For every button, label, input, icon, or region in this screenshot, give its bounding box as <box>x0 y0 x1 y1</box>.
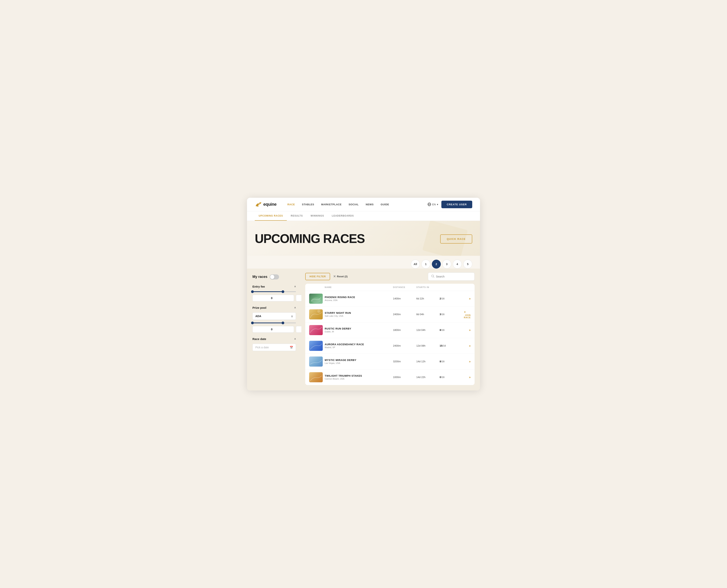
race-name-phoenix: PHOENIX RISING RACE <box>325 296 393 299</box>
th-slots <box>440 286 459 288</box>
lang-label: EN <box>432 203 436 206</box>
race-action-starry[interactable]: » JOIN RACE <box>459 310 471 319</box>
nav-marketplace[interactable]: MARKETPLACE <box>318 202 345 207</box>
page-tabs: All 1 2 3 4 5 <box>247 256 480 269</box>
race-name-mystic: MYSTIC MIRAGE DERBY <box>325 359 393 361</box>
slots-total-rustic: 16 <box>442 329 444 332</box>
th-thumb <box>309 286 325 288</box>
prize-pool-section: Prize pool ∧ ADA USD EUR ∨ <box>253 306 296 333</box>
reset-label: Reset (2) <box>337 275 348 278</box>
subnav-upcoming[interactable]: UPCOMING RACES <box>255 211 287 220</box>
race-name-starry: STARRY NIGHT RUN <box>325 312 393 314</box>
page-tab-4[interactable]: 4 <box>453 260 462 269</box>
race-location-phoenix: Arizona, USA <box>325 299 393 301</box>
slots-total-phoenix: 16 <box>442 297 444 300</box>
chevron-right-icon-phoenix: » <box>469 297 471 300</box>
search-input[interactable] <box>436 275 471 278</box>
race-distance-phoenix: 1400m <box>393 297 416 300</box>
prize-pool-range-inputs <box>253 326 296 333</box>
filter-bar: HIDE FILTER ✕ Reset (2) <box>305 269 474 284</box>
race-starts-twilight: 14d 22h <box>416 376 440 379</box>
my-races-toggle: My races <box>253 274 296 279</box>
prize-pool-min-input[interactable] <box>253 326 294 333</box>
prize-pool-thumb-left[interactable] <box>251 321 254 324</box>
page-tab-all[interactable]: All <box>411 260 420 269</box>
race-info-mystic: MYSTIC MIRAGE DERBY Las Vegas, USA <box>325 359 393 364</box>
race-image-mystic <box>309 356 323 366</box>
table-row[interactable]: RUSTIC RUN DERBY Dublin, IR 1800m 12d 04… <box>305 322 474 338</box>
nav-race[interactable]: RACE <box>284 202 298 207</box>
race-info-rustic: RUSTIC RUN DERBY Dublin, IR <box>325 327 393 333</box>
sub-nav: UPCOMING RACES RESULTS WINNINGS LEADERBO… <box>247 211 480 221</box>
race-starts-aurora: 12d 08h <box>416 344 440 347</box>
hide-filter-button[interactable]: HIDE FILTER <box>305 273 330 280</box>
table-row[interactable]: TWILIGHT TRIUMPH STAKES Cannon Beach, US… <box>305 370 474 385</box>
table-row[interactable]: PHOENIX RISING RACE Arizona, USA 1400m 6… <box>305 291 474 307</box>
race-date-section: Race date ∧ Pick a date 📅 <box>253 337 296 351</box>
entry-fee-thumb-right[interactable] <box>282 290 284 293</box>
race-starts-mystic: 14d 12h <box>416 360 440 363</box>
nav-social[interactable]: SOCIAL <box>345 202 362 207</box>
table-row[interactable]: MYSTIC MIRAGE DERBY Las Vegas, USA 3200m… <box>305 354 474 370</box>
race-date-header[interactable]: Race date ∧ <box>253 337 296 341</box>
race-location-rustic: Dublin, IR <box>325 331 393 333</box>
entry-fee-slider[interactable] <box>253 291 296 292</box>
th-distance: DISTANCE <box>393 286 416 288</box>
race-distance-rustic: 1800m <box>393 329 416 332</box>
race-info-starry: STARRY NIGHT RUN Salt Lake City, USA <box>325 312 393 317</box>
prize-pool-thumb-right[interactable] <box>282 321 284 324</box>
race-location-mystic: Las Vegas, USA <box>325 362 393 364</box>
svg-point-7 <box>317 310 320 313</box>
nav-right: EN ▾ CREATE USER <box>428 201 472 208</box>
race-action-phoenix: » <box>459 297 471 300</box>
slots-filled-aurora: 15 <box>440 344 442 347</box>
race-slots-aurora: 15/16 <box>440 344 459 347</box>
svg-line-5 <box>433 277 434 277</box>
entry-fee-thumb-left[interactable] <box>251 290 254 293</box>
nav-guide[interactable]: GUIDE <box>378 202 392 207</box>
race-info-twilight: TWILIGHT TRIUMPH STAKES Cannon Beach, US… <box>325 374 393 380</box>
subnav-results[interactable]: RESULTS <box>287 211 307 220</box>
currency-select-wrapper: ADA USD EUR ∨ <box>253 312 296 320</box>
page-tab-5[interactable]: 5 <box>463 260 472 269</box>
page-tab-3[interactable]: 3 <box>442 260 451 269</box>
nav-stables[interactable]: STABLES <box>299 202 317 207</box>
prize-pool-header[interactable]: Prize pool ∧ <box>253 306 296 309</box>
quick-race-button[interactable]: QUICK RACE <box>440 234 472 244</box>
entry-fee-section: Entry fee ∧ <box>253 285 296 301</box>
lang-selector[interactable]: EN ▾ <box>428 203 438 206</box>
race-image-aurora <box>309 341 323 351</box>
subnav-winnings[interactable]: WINNINGS <box>307 211 328 220</box>
lang-chevron-icon: ▾ <box>437 203 438 206</box>
date-input[interactable]: Pick a date 📅 <box>253 344 296 351</box>
page-tab-2[interactable]: 2 <box>432 260 441 269</box>
entry-fee-min-input[interactable] <box>253 295 294 301</box>
prize-pool-chevron-icon: ∧ <box>294 306 296 309</box>
table-header: NAME DISTANCE STARTS IN <box>305 284 474 291</box>
hero-banner: UPCOMING RACES QUICK RACE <box>247 221 480 256</box>
svg-point-0 <box>259 202 260 203</box>
race-list-container: HIDE FILTER ✕ Reset (2) <box>301 269 480 391</box>
prize-pool-slider[interactable] <box>253 322 296 323</box>
currency-select[interactable]: ADA USD EUR <box>253 312 296 320</box>
race-name-rustic: RUSTIC RUN DERBY <box>325 327 393 330</box>
entry-fee-header[interactable]: Entry fee ∧ <box>253 285 296 288</box>
table-row[interactable]: AURORA ASCENDANCY RACE Madrid, SP 2400m … <box>305 338 474 354</box>
globe-icon <box>428 203 431 206</box>
my-races-toggle-switch[interactable] <box>270 274 279 279</box>
nav-news[interactable]: NEWS <box>363 202 377 207</box>
create-user-button[interactable]: CREATE USER <box>441 201 472 208</box>
reset-button[interactable]: ✕ Reset (2) <box>333 275 348 278</box>
calendar-icon: 📅 <box>290 346 293 349</box>
table-row[interactable]: STARRY NIGHT RUN Salt Lake City, USA 240… <box>305 307 474 322</box>
my-races-label: My races <box>253 275 267 279</box>
race-starts-starry: 8d 04h <box>416 313 440 316</box>
sidebar: My races Entry fee ∧ <box>247 269 301 391</box>
join-race-button-starry[interactable]: JOIN RACE <box>459 314 471 319</box>
slots-total-twilight: 16 <box>442 376 444 379</box>
race-thumb-phoenix <box>309 294 323 304</box>
chevron-right-icon-mystic: » <box>469 360 471 363</box>
race-thumb-rustic <box>309 325 323 335</box>
subnav-leaderboards[interactable]: LEADERBOARDS <box>328 211 358 220</box>
page-tab-1[interactable]: 1 <box>421 260 430 269</box>
